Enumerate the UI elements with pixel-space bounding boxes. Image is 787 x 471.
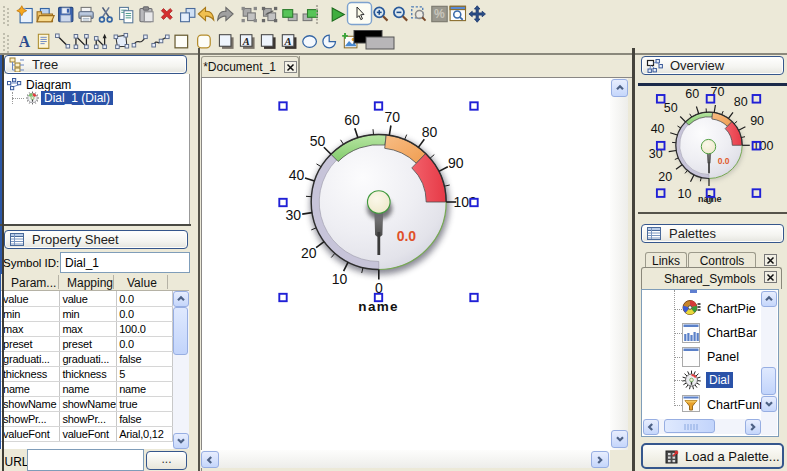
svg-text:70: 70: [385, 109, 401, 125]
svg-text:50: 50: [310, 133, 326, 149]
svg-text:60: 60: [344, 112, 360, 128]
svg-text:30: 30: [286, 207, 302, 223]
svg-text:80: 80: [422, 124, 438, 140]
svg-text:10: 10: [332, 271, 348, 287]
svg-text:50: 50: [664, 101, 678, 115]
svg-text:A: A: [284, 36, 292, 47]
svg-text:20: 20: [658, 170, 672, 184]
svg-text:0.0: 0.0: [718, 156, 730, 166]
svg-text:40: 40: [651, 122, 665, 136]
svg-text:90: 90: [750, 114, 764, 128]
svg-text:A: A: [242, 36, 250, 47]
svg-text:100: 100: [753, 139, 774, 153]
svg-text:0.0: 0.0: [397, 228, 417, 244]
svg-text:10: 10: [678, 187, 692, 201]
svg-text:%: %: [434, 7, 445, 21]
svg-text:A: A: [19, 33, 31, 50]
svg-text:40: 40: [289, 167, 305, 183]
svg-text:20: 20: [301, 245, 317, 261]
svg-text:name: name: [698, 194, 722, 204]
svg-text:60: 60: [685, 87, 699, 101]
svg-text:70: 70: [710, 86, 724, 99]
svg-text:80: 80: [734, 95, 748, 109]
svg-text:90: 90: [448, 155, 464, 171]
